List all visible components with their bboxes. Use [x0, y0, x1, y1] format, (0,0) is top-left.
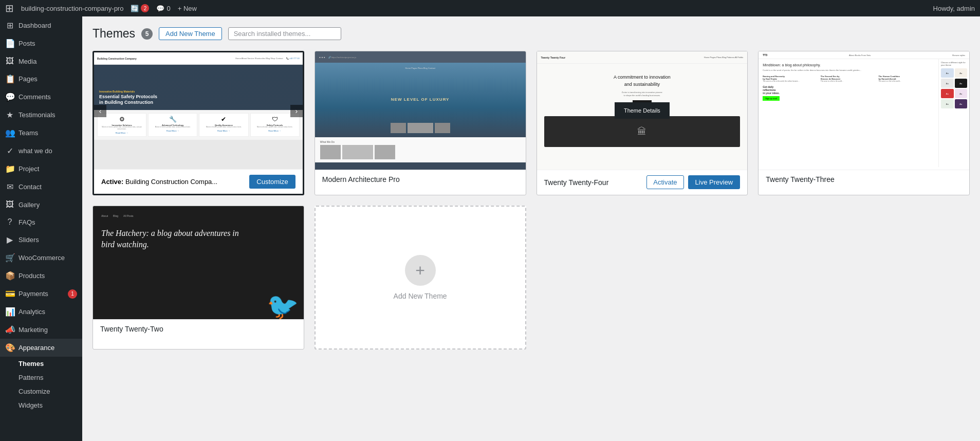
theme-card-modern-architecture[interactable]: Theme Details Activate Live Preview ● ● …: [315, 51, 526, 195]
activate-24-button[interactable]: Activate: [646, 175, 683, 189]
sidebar-item-sliders[interactable]: ▶ Sliders: [0, 231, 82, 249]
sidebar-item-media[interactable]: 🖼 Media: [0, 52, 82, 70]
comments-icon: 💬: [156, 5, 164, 12]
howdy-label: Howdy, admin: [933, 5, 975, 12]
theme-details-23-button[interactable]: Theme Details: [785, 104, 842, 118]
analytics-icon: 📊: [5, 307, 14, 317]
appearance-icon: 🎨: [5, 343, 14, 353]
testimonials-icon: ★: [5, 110, 14, 120]
site-name-link[interactable]: building-construction-company-pro: [21, 5, 123, 12]
customize-button[interactable]: Customize: [249, 175, 295, 189]
theme-screenshot-22: Theme Details Activate Live Preview Abou…: [93, 206, 304, 319]
layout: ⊞ Dashboard 📄 Posts 🖼 Media 📋 Pages 💬 Co…: [0, 16, 980, 441]
sidebar-item-faqs[interactable]: ? FAQs: [0, 213, 82, 231]
search-themes-input[interactable]: [228, 27, 341, 40]
dashboard-icon: ⊞: [5, 21, 14, 30]
sidebar-item-contact[interactable]: ✉ Contact: [0, 178, 82, 196]
activate-23-button[interactable]: Activate: [847, 104, 885, 118]
pages-icon: 📋: [5, 74, 14, 84]
comments-icon: 💬: [5, 92, 14, 102]
updates-icon: 🔄: [131, 5, 139, 12]
sliders-icon: ▶: [5, 235, 14, 245]
sidebar-item-patterns[interactable]: Patterns: [0, 371, 82, 384]
comments-link[interactable]: 💬 0: [156, 5, 170, 12]
sidebar-item-label: Project: [19, 165, 39, 173]
teams-icon: 👥: [5, 128, 14, 138]
carousel-prev-button[interactable]: ‹: [94, 105, 106, 117]
sidebar-item-label: Appearance: [19, 344, 54, 352]
contact-icon: ✉: [5, 182, 14, 192]
sidebar-item-label: what we do: [19, 147, 52, 155]
wp-logo-icon[interactable]: ⊞: [5, 2, 14, 14]
sidebar-item-label: Sliders: [19, 236, 39, 244]
theme-screenshot-ma: Theme Details Activate Live Preview ● ● …: [315, 51, 526, 170]
sidebar-item-widgets[interactable]: Widgets: [0, 398, 82, 412]
carousel-next-button[interactable]: ›: [290, 105, 303, 117]
theme-name-23: Twenty Twenty-Three: [766, 175, 835, 183]
theme-footer-23: Twenty Twenty-Three: [759, 170, 969, 189]
theme-name-ma: Modern Architecture Pro: [322, 175, 400, 183]
sidebar-item-testimonials[interactable]: ★ Testimonials: [0, 106, 82, 124]
new-post-link[interactable]: + New: [178, 5, 197, 12]
sidebar-item-label: Payments: [19, 290, 48, 298]
sidebar-item-appearance[interactable]: 🎨 Appearance: [0, 339, 82, 357]
sidebar-item-posts[interactable]: 📄 Posts: [0, 34, 82, 52]
theme-24-actions: Activate Live Preview: [646, 175, 740, 189]
top-bar-right: Howdy, admin: [933, 5, 975, 12]
sidebar-item-teams[interactable]: 👥 Teams: [0, 124, 82, 142]
sidebar-item-themes[interactable]: Themes: [0, 357, 82, 371]
sidebar-item-woocommerce[interactable]: 🛒 WooCommerce: [0, 249, 82, 267]
theme-footer-ma: Modern Architecture Pro: [315, 170, 526, 189]
sidebar-item-label: Marketing: [19, 326, 48, 334]
sidebar-item-customize[interactable]: Customize: [0, 384, 82, 398]
page-title: Themes: [93, 27, 135, 41]
woo-icon: 🛒: [5, 253, 14, 263]
sidebar-item-products[interactable]: 📦 Products: [0, 267, 82, 285]
theme-name-24: Twenty Twenty-Four: [544, 178, 609, 187]
updates-link[interactable]: 🔄 2: [131, 4, 149, 12]
gallery-icon: 🖼: [5, 200, 14, 209]
sidebar-item-gallery[interactable]: 🖼 Gallery: [0, 196, 82, 213]
posts-icon: 📄: [5, 39, 14, 48]
theme-footer-22: Twenty Twenty-Two: [93, 319, 304, 338]
marketing-icon: 📣: [5, 325, 14, 335]
theme-card-twenty22[interactable]: Theme Details Activate Live Preview Abou…: [93, 206, 304, 350]
sidebar-item-label: Pages: [19, 75, 38, 83]
page-header: Themes 5 Add New Theme: [93, 27, 970, 41]
add-theme-plus-icon: +: [405, 255, 436, 286]
sidebar-item-comments[interactable]: 💬 Comments: [0, 88, 82, 106]
theme-card-building-construction[interactable]: ‹ › Building Construction Company Home A…: [93, 51, 304, 195]
sidebar-item-label: Testimonials: [19, 111, 56, 119]
sidebar: ⊞ Dashboard 📄 Posts 🖼 Media 📋 Pages 💬 Co…: [0, 16, 82, 441]
theme-active-label: Active: Building Construction Compa...: [101, 178, 217, 186]
theme-details-overlay-button[interactable]: Theme Details: [615, 102, 670, 119]
sidebar-item-label: Analytics: [19, 308, 45, 316]
themes-count-badge: 5: [141, 28, 153, 40]
theme-card-twenty24[interactable]: Theme Details Twenty Twenty Four Home Pa…: [537, 51, 748, 195]
sidebar-item-analytics[interactable]: 📊 Analytics: [0, 303, 82, 321]
payments-badge: 1: [68, 289, 77, 299]
sidebar-item-what-we-do[interactable]: ✓ what we do: [0, 142, 82, 160]
faqs-icon: ?: [5, 217, 14, 227]
products-icon: 📦: [5, 271, 14, 281]
live-preview-23-button[interactable]: Live Preview: [891, 104, 943, 118]
theme-name-22: Twenty Twenty-Two: [100, 325, 163, 333]
sidebar-item-dashboard[interactable]: ⊞ Dashboard: [0, 16, 82, 34]
sidebar-item-project[interactable]: 📁 Project: [0, 160, 82, 178]
theme-card-twenty23[interactable]: Theme Details Activate Live Preview TT3 …: [758, 51, 970, 195]
add-new-theme-button[interactable]: Add New Theme: [159, 27, 222, 40]
project-icon: 📁: [5, 164, 14, 174]
sidebar-item-pages[interactable]: 📋 Pages: [0, 70, 82, 88]
theme-footer-bc: Active: Building Construction Compa... C…: [94, 169, 303, 194]
theme-screenshot-23: Theme Details Activate Live Preview TT3 …: [759, 51, 969, 170]
sidebar-item-label: Gallery: [19, 201, 40, 209]
sidebar-item-payments[interactable]: 💳 Payments 1: [0, 285, 82, 303]
live-preview-24-button[interactable]: Live Preview: [688, 175, 741, 189]
add-theme-label: Add New Theme: [394, 292, 447, 300]
sidebar-item-label: Dashboard: [19, 22, 51, 29]
sidebar-item-marketing[interactable]: 📣 Marketing: [0, 321, 82, 339]
theme-screenshot-24: Theme Details Twenty Twenty Four Home Pa…: [537, 51, 748, 170]
sidebar-item-label: WooCommerce: [19, 254, 65, 262]
updates-badge: 2: [141, 4, 149, 12]
add-new-theme-card[interactable]: + Add New Theme: [315, 206, 526, 350]
